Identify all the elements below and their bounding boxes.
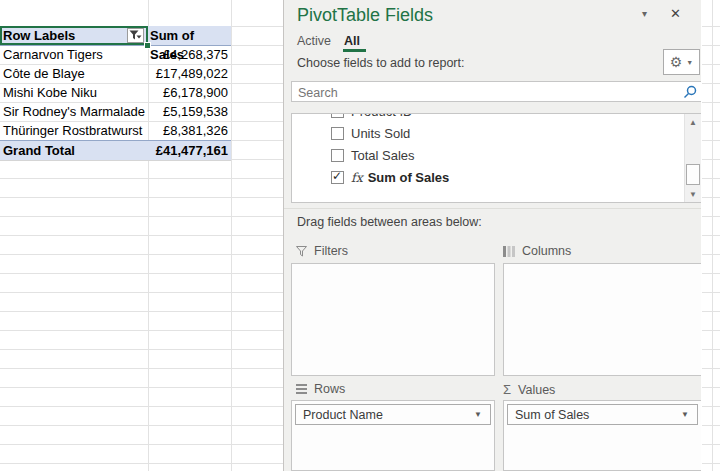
row-value-cell[interactable]: £4,268,375 [148, 45, 231, 64]
field-label: Units Sold [351, 126, 410, 141]
tools-button[interactable]: ⚙ ▼ [663, 49, 700, 75]
checkbox-unchecked[interactable] [331, 127, 344, 140]
rows-area-header: Rows [296, 382, 345, 396]
column-gridline [712, 0, 713, 471]
tab-all[interactable]: All [344, 34, 360, 48]
table-row[interactable]: Côte de Blaye £17,489,022 [0, 64, 231, 83]
checkbox-unchecked[interactable] [331, 149, 344, 162]
pivottable-fields-pane: PivotTable Fields ▾ ✕ Active All Choose … [283, 0, 701, 471]
field-label: Sum of Sales [368, 170, 450, 185]
grand-total-value-cell[interactable]: £41,477,161 [148, 141, 231, 160]
sum-of-sales-header-cell[interactable]: Sum of Sales [148, 26, 231, 45]
check-icon: ✓ [332, 169, 342, 183]
values-field-pill[interactable]: Sum of Sales ▼ [507, 404, 698, 425]
row-labels-header-cell[interactable]: Row Labels [0, 26, 148, 45]
filters-label: Filters [314, 244, 348, 258]
pane-divider [284, 208, 701, 209]
field-list-scrollbar[interactable]: ▲ ▼ [684, 114, 701, 202]
spreadsheet-grid-right[interactable] [702, 0, 720, 471]
field-list: Product ID Units Sold Total Sales ✓ fx S… [291, 113, 701, 203]
filters-area-header: Filters [296, 244, 348, 258]
search-icon[interactable] [683, 85, 697, 103]
pane-options-chevron-icon[interactable]: ▾ [642, 8, 647, 19]
search-input[interactable] [296, 83, 680, 102]
pivot-header-row[interactable]: Row Labels Sum of Sales [0, 26, 231, 46]
scroll-up-icon[interactable]: ▲ [685, 114, 701, 130]
field-item-product-id[interactable]: Product ID [292, 113, 684, 122]
close-icon[interactable]: ✕ [670, 6, 681, 21]
scrollbar-thumb[interactable] [686, 164, 700, 185]
values-label: Values [518, 383, 555, 397]
chevron-down-icon[interactable]: ▼ [474, 410, 490, 419]
choose-fields-label: Choose fields to add to report: [297, 56, 464, 70]
row-value-cell[interactable]: £6,178,900 [148, 83, 231, 102]
rows-icon [296, 384, 307, 394]
column-gridline [231, 0, 232, 471]
excel-window: Row Labels Sum of Sales Carnarvon Tigers… [0, 0, 720, 471]
grand-total-label-cell[interactable]: Grand Total [0, 141, 148, 160]
field-item-sum-of-sales[interactable]: ✓ fx Sum of Sales [292, 166, 684, 188]
search-box[interactable] [291, 81, 701, 102]
field-label: Total Sales [351, 148, 415, 163]
rows-field-pill[interactable]: Product Name ▼ [295, 404, 491, 425]
fx-measure-icon: fx [351, 170, 363, 185]
row-label-cell[interactable]: Mishi Kobe Niku [0, 83, 148, 102]
row-label-cell[interactable]: Sir Rodney's Marmalade [0, 102, 148, 121]
field-label: Product ID [351, 113, 412, 119]
table-row[interactable]: Sir Rodney's Marmalade £5,159,538 [0, 102, 231, 121]
rows-label: Rows [314, 382, 345, 396]
fill-handle[interactable] [144, 42, 151, 49]
row-value-cell[interactable]: £17,489,022 [148, 64, 231, 83]
sigma-icon: Σ [503, 382, 511, 397]
drag-fields-label: Drag fields between areas below: [297, 215, 482, 229]
table-row[interactable]: Carnarvon Tigers £4,268,375 [0, 45, 231, 64]
row-label-cell[interactable]: Thüringer Rostbratwurst [0, 121, 148, 140]
values-drop-area[interactable]: Sum of Sales ▼ [503, 400, 701, 471]
pill-label: Product Name [296, 408, 474, 422]
table-row[interactable]: Thüringer Rostbratwurst £8,381,326 [0, 121, 231, 140]
tab-active[interactable]: Active [297, 34, 331, 48]
field-item-units-sold[interactable]: Units Sold [292, 122, 684, 144]
field-list-items: Product ID Units Sold Total Sales ✓ fx S… [292, 113, 684, 188]
row-label-cell[interactable]: Côte de Blaye [0, 64, 148, 83]
grand-total-row[interactable]: Grand Total £41,477,161 [0, 140, 231, 161]
field-item-total-sales[interactable]: Total Sales [292, 144, 684, 166]
gear-icon: ⚙ [670, 55, 683, 69]
values-area-header: Σ Values [503, 382, 555, 397]
filters-drop-area[interactable] [291, 263, 495, 376]
pane-title: PivotTable Fields [297, 5, 433, 26]
table-row[interactable]: Mishi Kobe Niku £6,178,900 [0, 83, 231, 102]
columns-drop-area[interactable] [503, 263, 701, 376]
rows-drop-area[interactable]: Product Name ▼ [291, 400, 495, 471]
row-value-cell[interactable]: £8,381,326 [148, 121, 231, 140]
row-value-cell[interactable]: £5,159,538 [148, 102, 231, 121]
chevron-down-icon: ▼ [686, 59, 693, 66]
pill-label: Sum of Sales [508, 408, 681, 422]
selected-tab-underline [343, 49, 366, 52]
row-labels-filter-button[interactable] [127, 28, 144, 43]
columns-label: Columns [522, 244, 571, 258]
row-label-cell[interactable]: Carnarvon Tigers [0, 45, 148, 64]
checkbox-checked[interactable]: ✓ [331, 171, 344, 184]
columns-icon [503, 246, 515, 257]
chevron-down-icon[interactable]: ▼ [681, 410, 697, 419]
checkbox-unchecked[interactable] [331, 113, 344, 118]
columns-area-header: Columns [503, 244, 571, 258]
filter-funnel-icon [129, 30, 142, 41]
filter-funnel-icon [296, 246, 307, 257]
scroll-down-icon[interactable]: ▼ [685, 186, 701, 202]
